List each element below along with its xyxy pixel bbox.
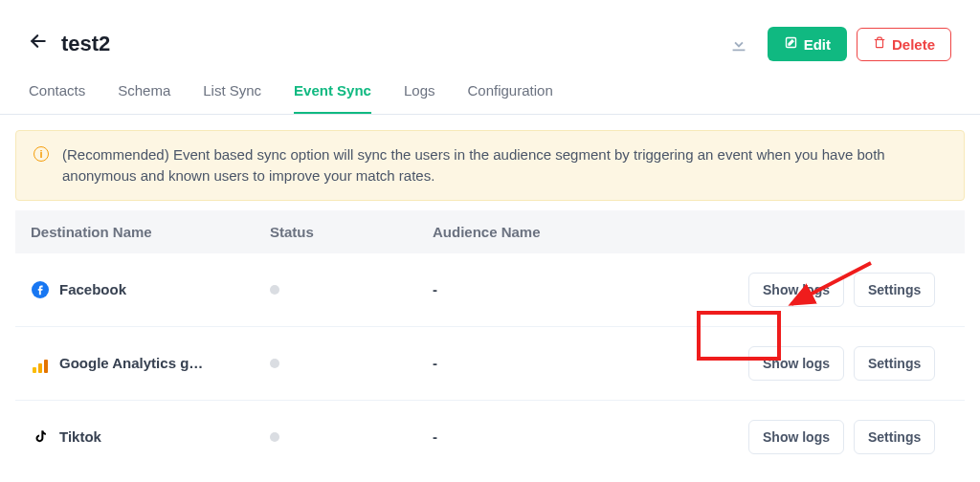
audience-name: - xyxy=(433,428,748,445)
col-header-audience: Audience Name xyxy=(433,224,748,240)
destination-name: Tiktok xyxy=(59,428,101,445)
facebook-icon xyxy=(31,280,50,299)
col-header-status: Status xyxy=(270,224,433,240)
tab-schema[interactable]: Schema xyxy=(118,82,170,114)
google-analytics-icon xyxy=(31,354,50,373)
edit-button-label: Edit xyxy=(804,36,831,53)
status-indicator xyxy=(270,285,279,295)
tab-configuration[interactable]: Configuration xyxy=(468,82,553,114)
table-row: Tiktok - Show logs Settings xyxy=(15,401,965,473)
tab-bar: Contacts Schema List Sync Event Sync Log… xyxy=(0,61,980,115)
tab-logs[interactable]: Logs xyxy=(404,82,435,114)
destinations-table: Destination Name Status Audience Name Fa… xyxy=(15,210,965,473)
info-icon: i xyxy=(33,146,49,162)
audience-name: - xyxy=(433,281,748,297)
settings-button[interactable]: Settings xyxy=(854,273,935,307)
col-header-destination: Destination Name xyxy=(31,224,270,240)
table-row: Google Analytics g… - Show logs Settings xyxy=(15,327,965,401)
tab-contacts[interactable]: Contacts xyxy=(29,82,85,114)
back-button[interactable] xyxy=(29,32,48,56)
settings-button[interactable]: Settings xyxy=(854,420,935,454)
show-logs-button[interactable]: Show logs xyxy=(748,420,844,454)
tab-list-sync[interactable]: List Sync xyxy=(203,82,261,114)
show-logs-button[interactable]: Show logs xyxy=(748,346,844,381)
download-icon[interactable] xyxy=(727,33,750,55)
destination-name: Facebook xyxy=(59,281,126,297)
settings-button[interactable]: Settings xyxy=(854,346,935,381)
destination-name: Google Analytics g… xyxy=(59,355,203,371)
status-indicator xyxy=(270,432,279,442)
audience-name: - xyxy=(433,355,748,371)
delete-button-label: Delete xyxy=(892,36,935,53)
delete-button[interactable]: Delete xyxy=(857,28,951,61)
tiktok-icon xyxy=(31,427,50,447)
table-row: Facebook - Show logs Settings xyxy=(15,253,965,327)
tab-event-sync[interactable]: Event Sync xyxy=(294,82,371,114)
page-title: test2 xyxy=(61,32,110,56)
status-indicator xyxy=(270,359,279,368)
info-banner: i (Recommended) Event based sync option … xyxy=(15,130,965,201)
info-text: (Recommended) Event based sync option wi… xyxy=(62,144,947,186)
edit-button[interactable]: Edit xyxy=(768,27,847,61)
svg-rect-2 xyxy=(876,39,882,47)
show-logs-button[interactable]: Show logs xyxy=(748,273,844,307)
trash-icon xyxy=(873,36,886,53)
edit-icon xyxy=(784,35,798,53)
